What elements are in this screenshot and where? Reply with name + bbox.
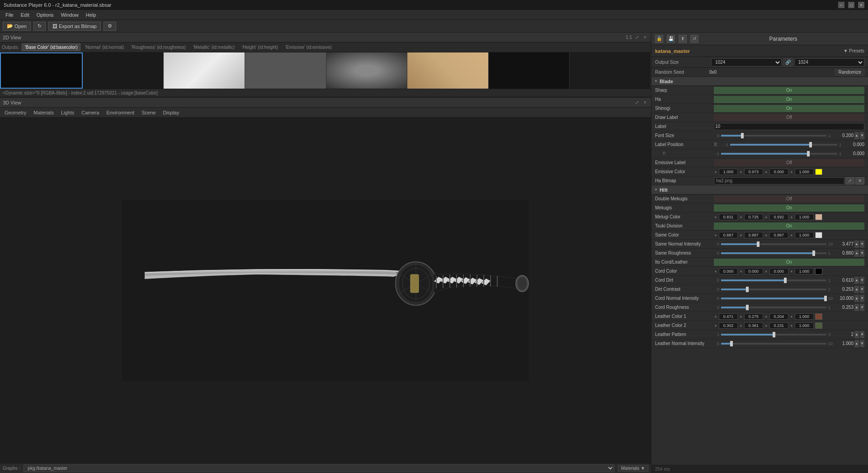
materials-btn-bar[interactable]: Materials ▼ — [618, 465, 648, 472]
leather-normal-slider[interactable]: 0 10 1.000 — [714, 341, 854, 346]
cord-normal-up[interactable]: ▲ — [854, 295, 859, 302]
camera-btn[interactable]: Camera — [80, 110, 101, 115]
open-button[interactable]: 📂 Open — [3, 22, 31, 31]
tab-height[interactable]: 'Height' (id:height) — [239, 43, 281, 51]
export-button[interactable]: 🖼 Export as Bitmap — [48, 22, 101, 31]
2d-expand-button[interactable]: ⤢ — [634, 34, 640, 41]
double-mekugis-toggle[interactable]: Off — [714, 195, 864, 203]
leather2-a-input[interactable] — [795, 322, 814, 329]
same-normal-down[interactable]: ▼ — [860, 241, 864, 248]
mekugis-toggle[interactable]: On — [714, 204, 864, 212]
settings-button[interactable]: ⚙ — [104, 22, 116, 31]
font-size-track[interactable] — [721, 135, 826, 137]
shinogi-toggle[interactable]: On — [714, 105, 864, 112]
tsuki-div-toggle[interactable]: On — [714, 222, 864, 230]
leather1-g-input[interactable] — [744, 313, 763, 320]
leather-pattern-down[interactable]: ▼ — [860, 331, 864, 338]
tab-emissive[interactable]: 'Emissive' (id:emissive) — [282, 43, 335, 51]
undo-button[interactable]: ↺ — [690, 35, 698, 43]
close-button[interactable]: × — [858, 2, 864, 8]
font-size-down[interactable]: ▼ — [860, 132, 864, 139]
3d-close-button[interactable]: × — [642, 99, 648, 106]
2d-close-button[interactable]: × — [642, 34, 648, 41]
dirt-contrast-down[interactable]: ▼ — [860, 286, 864, 293]
sharp-toggle[interactable]: On — [714, 87, 864, 94]
emissive-b-input[interactable] — [769, 169, 788, 175]
refresh-button[interactable]: ↻ — [33, 22, 46, 31]
texture-item-8[interactable] — [570, 52, 651, 89]
geometry-btn[interactable]: Geometry — [3, 110, 28, 115]
font-size-slider[interactable]: 0 1 0.200 — [714, 133, 854, 138]
menu-file[interactable]: File — [2, 11, 17, 19]
emissive-color-swatch[interactable] — [815, 169, 822, 175]
cord-normal-slider[interactable]: 0 10 10.000 — [714, 296, 854, 301]
font-size-up[interactable]: ▲ — [854, 132, 859, 139]
ito-cord-toggle[interactable]: On — [714, 259, 864, 266]
same-roughness-track[interactable] — [721, 252, 826, 254]
leather-normal-down[interactable]: ▼ — [860, 340, 864, 347]
menu-help[interactable]: Help — [82, 11, 100, 19]
cord-normal-down[interactable]: ▼ — [860, 295, 864, 302]
texture-item-4[interactable] — [245, 52, 326, 89]
leather1-b-input[interactable] — [769, 313, 788, 320]
melugi-a-input[interactable] — [795, 214, 814, 220]
same-r-input[interactable] — [719, 232, 738, 238]
emissive-a-input[interactable] — [795, 169, 814, 175]
leather-pattern-track[interactable] — [721, 334, 826, 336]
menu-window[interactable]: Window — [57, 11, 82, 19]
cord-dirt-track[interactable] — [721, 279, 826, 281]
texture-item-5[interactable] — [326, 52, 408, 89]
texture-item-6[interactable] — [407, 52, 489, 89]
cord-b-input[interactable] — [769, 268, 788, 274]
leather2-b-input[interactable] — [769, 322, 788, 329]
leather1-r-input[interactable] — [719, 313, 738, 320]
tab-metallic[interactable]: 'Metallic' (id:metallic) — [190, 43, 238, 51]
export-icon-button[interactable]: ⬆ — [679, 35, 687, 43]
emissive-g-down[interactable]: ▲ — [764, 170, 768, 174]
leather-color2-swatch[interactable] — [815, 322, 822, 329]
cord-roughness-track[interactable] — [721, 307, 826, 308]
environment-btn[interactable]: Environment — [104, 110, 136, 115]
leather2-r-input[interactable] — [719, 322, 738, 329]
maximize-button[interactable]: □ — [848, 2, 854, 8]
link-size-button[interactable]: 🔗 — [783, 58, 793, 66]
texture-item-3[interactable] — [164, 52, 245, 89]
same-color-swatch[interactable] — [815, 232, 822, 238]
materials-btn[interactable]: Materials — [32, 110, 56, 115]
label-pos-x-track[interactable] — [730, 144, 837, 146]
output-size-select-2[interactable]: 1024 — [794, 58, 865, 66]
ha-toggle[interactable]: On — [714, 96, 864, 103]
emissive-g-input[interactable] — [744, 169, 763, 175]
params-scroll[interactable]: Output Size 1024 512 2048 🔗 1024 Random … — [651, 57, 868, 465]
melugi-b-input[interactable] — [769, 214, 788, 220]
same-normal-up[interactable]: ▲ — [854, 241, 859, 248]
scene-btn[interactable]: Scene — [140, 110, 157, 115]
cord-roughness-up[interactable]: ▲ — [854, 304, 859, 311]
tab-roughness[interactable]: 'Roughness' (id:roughness) — [128, 43, 189, 51]
cord-dirt-slider[interactable]: 0 1 0.610 — [714, 278, 854, 283]
presets-button[interactable]: ▼ Presets — [843, 48, 864, 53]
save-button[interactable]: 💾 — [667, 35, 675, 43]
leather1-a-input[interactable] — [795, 313, 814, 320]
cord-roughness-down[interactable]: ▼ — [860, 304, 864, 311]
leather-pattern-up[interactable]: ▲ — [854, 331, 859, 338]
cord-dirt-up[interactable]: ▲ — [854, 277, 859, 284]
label-pos-x-slider[interactable]: -1 1 0.000 — [723, 142, 864, 147]
cord-roughness-slider[interactable]: 0 1 0.253 — [714, 305, 854, 310]
label-pos-y-slider[interactable]: -1 1 0.000 — [714, 151, 864, 156]
dirt-contrast-up[interactable]: ▲ — [854, 286, 859, 293]
dirt-contrast-track[interactable] — [721, 289, 826, 290]
emissive-r-down[interactable]: ▲ — [739, 170, 743, 174]
draw-label-toggle[interactable]: Off — [714, 114, 864, 121]
same-normal-slider[interactable]: 0 10 3.477 — [714, 241, 854, 246]
same-roughness-down[interactable]: ▼ — [860, 250, 864, 257]
emissive-r-input[interactable] — [719, 169, 738, 175]
cord-dirt-down[interactable]: ▼ — [860, 277, 864, 284]
same-normal-track[interactable] — [721, 243, 826, 245]
melugi-g-input[interactable] — [744, 214, 763, 220]
dirt-contrast-slider[interactable]: 0 1 0.253 — [714, 287, 854, 292]
same-roughness-slider[interactable]: 0 1 0.880 — [714, 251, 854, 255]
leather-normal-track[interactable] — [721, 343, 826, 345]
same-b-input[interactable] — [769, 232, 788, 238]
texture-item-1[interactable] — [0, 52, 83, 89]
